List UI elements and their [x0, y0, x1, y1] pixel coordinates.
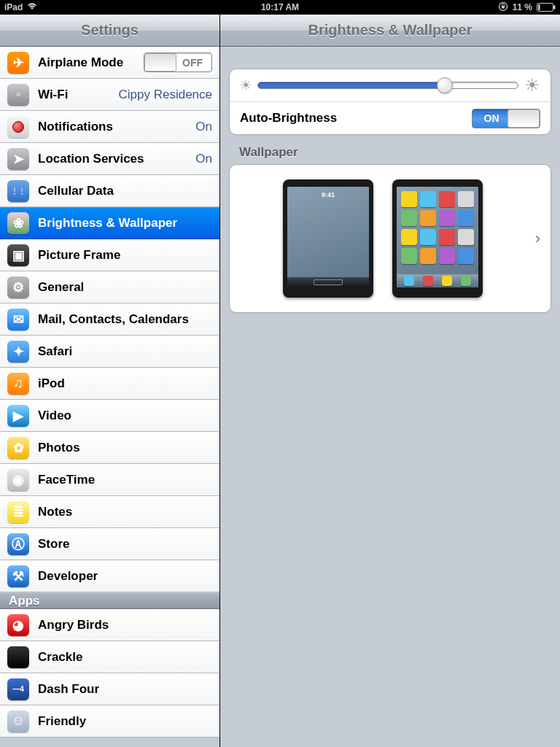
- sidebar-item-label: Brightness & Wallpaper: [38, 216, 212, 231]
- crackle-icon: [7, 646, 29, 668]
- home-preview-app-icon: [458, 191, 474, 207]
- sidebar-item-label: Dash Four: [38, 682, 212, 697]
- gen-icon: ⚙: [7, 276, 29, 298]
- sidebar-item-label: Video: [38, 409, 212, 423]
- brightness-slider[interactable]: [257, 82, 518, 89]
- sidebar-item-crackle[interactable]: Crackle: [0, 641, 219, 673]
- safari-icon: ✦: [7, 341, 29, 363]
- home-preview-app-icon: [458, 210, 474, 226]
- notif-icon: [7, 116, 29, 138]
- lock-screen-preview: 9:41: [283, 179, 373, 298]
- brightness-slider-row: ☀ ☀: [230, 69, 551, 102]
- sidebar-item-video[interactable]: ▶Video: [0, 400, 219, 432]
- sidebar-item-developer[interactable]: ⚒Developer: [0, 560, 219, 592]
- pframe-icon: ▣: [7, 244, 29, 266]
- sidebar-item-airplane-mode[interactable]: ✈Airplane ModeOFF: [0, 47, 219, 79]
- auto-brightness-row: Auto-Brightness ON: [230, 102, 551, 134]
- sidebar-item-ipod[interactable]: ♫iPod: [0, 368, 219, 400]
- video-icon: ▶: [7, 405, 29, 427]
- sidebar-item-dash-four[interactable]: —4Dash Four: [0, 673, 219, 705]
- home-preview-app-icon: [420, 248, 436, 264]
- sidebar-item-brightness-wallpaper[interactable]: ❀Brightness & Wallpaper: [0, 207, 219, 239]
- photos-icon: ✿: [7, 437, 29, 459]
- home-preview-app-icon: [401, 210, 417, 226]
- bright-icon: ❀: [7, 212, 29, 234]
- ipod-icon: ♫: [7, 373, 29, 395]
- home-preview-app-icon: [401, 248, 417, 264]
- home-preview-app-icon: [401, 191, 417, 207]
- sidebar-item-value: On: [195, 120, 212, 134]
- sidebar-item-cellular-data[interactable]: ⋮⋮Cellular Data: [0, 175, 219, 207]
- brightness-slider-thumb[interactable]: [437, 77, 453, 93]
- sidebar-item-label: Notifications: [38, 120, 195, 134]
- brightness-low-icon: ☀: [240, 77, 252, 93]
- sidebar-item-notifications[interactable]: NotificationsOn: [0, 111, 219, 143]
- sidebar-item-notes[interactable]: ≣Notes: [0, 496, 219, 528]
- store-icon: Ⓐ: [7, 533, 29, 555]
- dock-app-icon: [404, 276, 414, 286]
- device-label: iPad: [4, 2, 23, 12]
- detail-pane: Brightness & Wallpaper ☀ ☀ Auto-Brightne…: [220, 15, 560, 747]
- sidebar-item-label: Picture Frame: [38, 248, 212, 263]
- svg-rect-4: [538, 4, 540, 10]
- brightness-group: ☀ ☀ Auto-Brightness ON: [229, 69, 551, 135]
- wifi-icon: ◦: [7, 84, 29, 106]
- home-preview-app-icon: [420, 210, 436, 226]
- home-preview-dock: [397, 274, 478, 287]
- apps-section-header: Apps: [0, 592, 219, 609]
- sidebar-item-value: Cippy Residence: [118, 88, 212, 102]
- svg-rect-1: [502, 6, 505, 9]
- sidebar-item-label: Notes: [38, 505, 212, 519]
- lock-preview-time: 9:41: [287, 191, 369, 198]
- friendly-icon: ☺: [7, 711, 29, 732]
- sidebar-item-label: Crackle: [38, 650, 212, 665]
- settings-sidebar: Settings ✈Airplane ModeOFF◦Wi-FiCippy Re…: [0, 15, 220, 747]
- sidebar-item-general[interactable]: ⚙General: [0, 271, 219, 303]
- battery-pct: 11 %: [513, 2, 532, 12]
- airplane-icon: ✈: [7, 52, 29, 74]
- sidebar-item-photos[interactable]: ✿Photos: [0, 432, 219, 464]
- chevron-right-icon: ›: [535, 229, 540, 248]
- sidebar-item-label: Airplane Mode: [38, 55, 144, 70]
- brightness-high-icon: ☀: [524, 75, 540, 96]
- settings-list[interactable]: ✈Airplane ModeOFF◦Wi-FiCippy ResidenceNo…: [0, 47, 219, 747]
- svg-rect-3: [553, 6, 556, 9]
- sidebar-item-label: Friendly: [38, 714, 212, 729]
- notes-icon: ≣: [7, 501, 29, 523]
- toggle-knob: [144, 53, 176, 71]
- sidebar-item-facetime[interactable]: ◉FaceTime: [0, 464, 219, 496]
- cell-icon: ⋮⋮: [7, 180, 29, 202]
- sidebar-item-friendly[interactable]: ☺Friendly: [0, 705, 219, 738]
- sidebar-item-angry-birds[interactable]: ◕Angry Birds: [0, 609, 219, 641]
- dash-icon: —4: [7, 678, 29, 700]
- dock-app-icon: [442, 276, 452, 286]
- ft-icon: ◉: [7, 469, 29, 491]
- sidebar-item-store[interactable]: ⒶStore: [0, 528, 219, 560]
- sidebar-title: Settings: [0, 15, 219, 47]
- dock-app-icon: [423, 276, 433, 286]
- home-preview-app-icon: [458, 229, 474, 245]
- sidebar-item-wi-fi[interactable]: ◦Wi-FiCippy Residence: [0, 79, 219, 111]
- ab-icon: ◕: [7, 614, 29, 636]
- sidebar-item-label: Wi-Fi: [38, 88, 118, 102]
- sidebar-item-picture-frame[interactable]: ▣Picture Frame: [0, 239, 219, 271]
- dev-icon: ⚒: [7, 565, 29, 587]
- auto-brightness-toggle[interactable]: ON: [472, 109, 540, 128]
- home-preview-app-icon: [458, 248, 474, 264]
- auto-brightness-label: Auto-Brightness: [240, 111, 472, 125]
- sidebar-item-label: Safari: [38, 344, 212, 359]
- home-preview-app-icon: [439, 248, 455, 264]
- wallpaper-chooser[interactable]: 9:41 ›: [230, 165, 551, 312]
- home-preview-app-icon: [401, 229, 417, 245]
- sidebar-item-label: Developer: [38, 569, 212, 584]
- sidebar-item-location-services[interactable]: ➤Location ServicesOn: [0, 143, 219, 175]
- sidebar-item-safari[interactable]: ✦Safari: [0, 336, 219, 368]
- home-preview-app-icon: [420, 191, 436, 207]
- airplane-mode-toggle[interactable]: OFF: [144, 53, 212, 72]
- home-screen-preview: [392, 179, 483, 298]
- home-preview-app-icon: [439, 191, 455, 207]
- sidebar-item-label: FaceTime: [38, 473, 212, 487]
- sidebar-item-mail-contacts-calendars[interactable]: ✉Mail, Contacts, Calendars: [0, 303, 219, 336]
- toggle-knob: [508, 109, 540, 128]
- sidebar-item-label: Location Services: [38, 152, 195, 166]
